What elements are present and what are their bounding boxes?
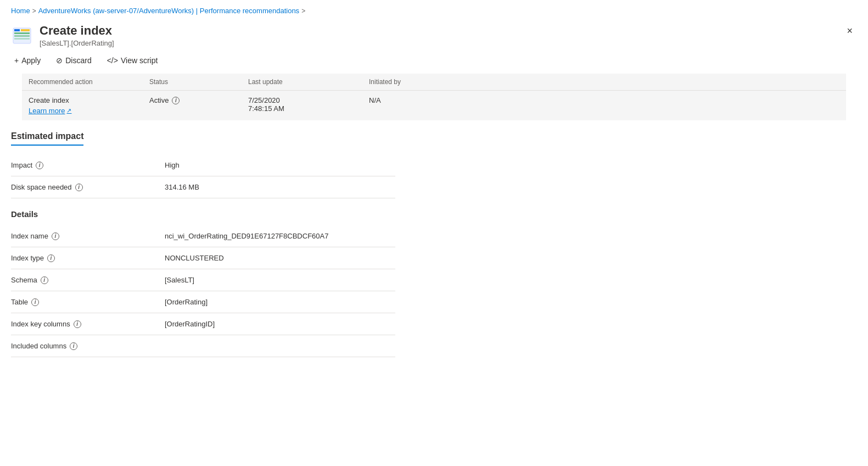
- index-type-value: NONCLUSTERED: [165, 254, 395, 262]
- svg-rect-5: [21, 29, 30, 31]
- index-type-row: Index type i NONCLUSTERED: [11, 247, 395, 269]
- svg-rect-3: [14, 35, 30, 37]
- panel-title-area: Create index [SalesLT].[OrderRating]: [11, 24, 114, 47]
- svg-rect-2: [14, 32, 30, 34]
- impact-row: Impact i High: [11, 154, 395, 176]
- index-name-label-text: Index name: [11, 232, 48, 240]
- index-name-label: Index name i: [11, 232, 165, 240]
- disk-space-label: Disk space needed i: [11, 183, 165, 191]
- panel-title-text: Create index [SalesLT].[OrderRating]: [40, 24, 114, 47]
- info-table-container: Recommended action Status Last update In…: [11, 74, 857, 120]
- action-name: Create index: [29, 96, 149, 104]
- close-button[interactable]: ×: [842, 24, 857, 38]
- breadcrumb-perf[interactable]: AdventureWorks (aw-server-07/AdventureWo…: [38, 7, 299, 15]
- schema-value: [SalesLT]: [165, 276, 395, 284]
- impact-label-text: Impact: [11, 161, 32, 169]
- index-type-label-text: Index type: [11, 254, 44, 262]
- status-cell: Active i: [149, 96, 248, 104]
- col-header-initiatedby: Initiated by: [369, 78, 479, 86]
- discard-label: Discard: [65, 56, 91, 65]
- breadcrumb: Home > AdventureWorks (aw-server-07/Adve…: [0, 0, 868, 19]
- schema-info-icon[interactable]: i: [41, 276, 48, 284]
- table-label: Table i: [11, 298, 165, 306]
- disk-space-label-text: Disk space needed: [11, 183, 72, 191]
- external-link-icon: ↗: [66, 107, 71, 114]
- apply-label: Apply: [21, 56, 41, 65]
- details-title: Details: [11, 209, 857, 219]
- estimated-impact-section: Estimated impact Impact i High Disk spac…: [0, 120, 868, 198]
- status-value: Active: [149, 96, 169, 104]
- table-row: Table i [OrderRating]: [11, 291, 395, 313]
- col-header-status: Status: [149, 78, 248, 86]
- index-key-columns-row: Index key columns i [OrderRatingID]: [11, 313, 395, 335]
- schema-row: Schema i [SalesLT]: [11, 269, 395, 291]
- index-key-columns-label-text: Index key columns: [11, 320, 70, 328]
- panel-title: Create index: [40, 24, 114, 38]
- details-section: Details Index name i nci_wi_OrderRating_…: [0, 198, 868, 357]
- index-name-row: Index name i nci_wi_OrderRating_DED91E67…: [11, 225, 395, 247]
- svg-rect-1: [14, 29, 20, 31]
- included-columns-row: Included columns i: [11, 335, 395, 357]
- index-type-info-icon[interactable]: i: [47, 254, 55, 262]
- col-header-action: Recommended action: [29, 78, 149, 86]
- action-cell: Create index Learn more ↗: [29, 96, 149, 115]
- panel-subtitle: [SalesLT].[OrderRating]: [40, 39, 114, 47]
- disk-space-row: Disk space needed i 314.16 MB: [11, 176, 395, 198]
- status-info-icon[interactable]: i: [172, 97, 180, 104]
- included-columns-label: Included columns i: [11, 342, 165, 350]
- create-index-icon: [11, 25, 33, 47]
- view-script-icon: </>: [107, 56, 118, 65]
- impact-label: Impact i: [11, 161, 165, 169]
- breadcrumb-home[interactable]: Home: [11, 7, 30, 15]
- index-key-columns-info-icon[interactable]: i: [74, 320, 81, 328]
- disk-space-value: 314.16 MB: [165, 183, 395, 191]
- last-update-value: 7/25/20207:48:15 AM: [248, 96, 369, 113]
- panel-header: Create index [SalesLT].[OrderRating] ×: [0, 19, 868, 47]
- index-type-label: Index type i: [11, 254, 165, 262]
- info-table-row: Create index Learn more ↗ Active i 7/25/…: [22, 91, 846, 120]
- breadcrumb-sep-1: >: [32, 7, 36, 15]
- impact-value: High: [165, 161, 395, 169]
- table-info-icon[interactable]: i: [31, 298, 39, 306]
- apply-icon: +: [14, 56, 19, 65]
- disk-space-info-icon[interactable]: i: [75, 184, 83, 191]
- impact-info-icon[interactable]: i: [36, 162, 43, 169]
- info-table-header: Recommended action Status Last update In…: [22, 74, 846, 91]
- info-table: Recommended action Status Last update In…: [22, 74, 846, 120]
- col-header-lastupdate: Last update: [248, 78, 369, 86]
- apply-button[interactable]: + Apply: [11, 54, 44, 67]
- discard-icon: ⊘: [56, 56, 63, 65]
- estimated-impact-table: Impact i High Disk space needed i 314.16…: [11, 154, 395, 198]
- index-name-info-icon[interactable]: i: [52, 232, 59, 240]
- view-script-button[interactable]: </> View script: [104, 54, 161, 67]
- schema-label: Schema i: [11, 276, 165, 284]
- included-columns-label-text: Included columns: [11, 342, 66, 350]
- view-script-label: View script: [121, 56, 158, 65]
- estimated-impact-title: Estimated impact: [11, 131, 83, 146]
- included-columns-info-icon[interactable]: i: [70, 342, 77, 350]
- index-name-value: nci_wi_OrderRating_DED91E67127F8CBDCF60A…: [165, 232, 395, 240]
- table-value: [OrderRating]: [165, 298, 395, 306]
- learn-more-link[interactable]: Learn more ↗: [29, 107, 149, 115]
- svg-rect-4: [14, 38, 30, 40]
- index-key-columns-label: Index key columns i: [11, 320, 165, 328]
- table-label-text: Table: [11, 298, 28, 306]
- learn-more-text: Learn more: [29, 107, 65, 115]
- initiated-by-value: N/A: [369, 96, 479, 104]
- schema-label-text: Schema: [11, 276, 37, 284]
- discard-button[interactable]: ⊘ Discard: [53, 54, 94, 67]
- index-key-columns-value: [OrderRatingID]: [165, 320, 395, 328]
- breadcrumb-sep-2: >: [301, 7, 305, 15]
- toolbar: + Apply ⊘ Discard </> View script: [0, 47, 868, 74]
- details-table: Index name i nci_wi_OrderRating_DED91E67…: [11, 225, 395, 357]
